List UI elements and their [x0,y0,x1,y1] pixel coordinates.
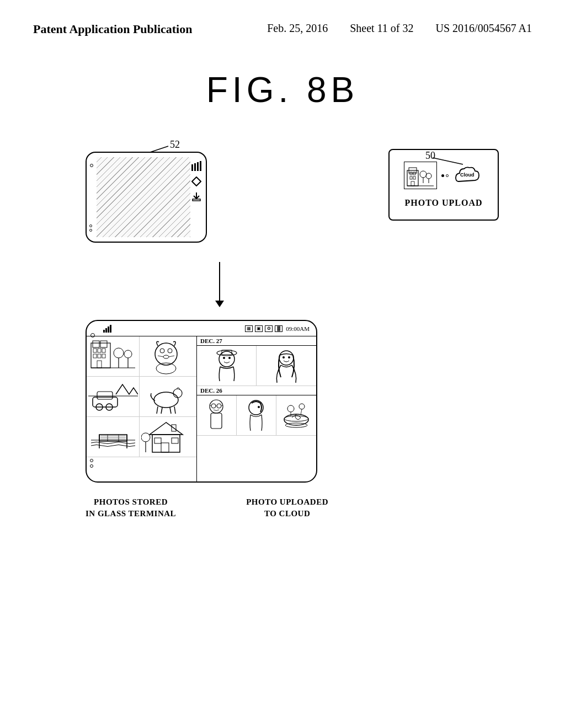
photo-cell-5 [87,417,140,457]
svg-rect-1 [191,164,193,171]
svg-rect-78 [172,438,178,443]
bottom-phone-frame: ▦ ▣ ✿ ▓ 09:00AM [86,320,317,483]
bottom-phone-left-dot [90,333,95,338]
screen-hatch [97,157,190,237]
top-phone-device [86,152,207,243]
svg-rect-30 [98,349,101,352]
svg-point-17 [420,171,427,178]
svg-point-80 [141,433,150,442]
download-icon [191,192,201,202]
svg-line-57 [170,408,171,414]
publication-title: Patent Application Publication [33,22,192,36]
svg-rect-2 [194,163,196,171]
svg-text:Cloud: Cloud [460,172,475,178]
svg-point-87 [279,351,294,365]
label-line1: PHOTOS STORED [94,497,168,506]
header-date: Feb. 25, 2016 [267,22,328,35]
page-header: Patent Application Publication Feb. 25, … [0,0,565,36]
svg-rect-32 [93,354,97,358]
cloud-icon-area: Cloud [453,162,483,189]
photo-cell-3 [87,377,140,416]
svg-point-98 [258,406,260,408]
svg-rect-13 [410,176,412,179]
label-photos-stored: PHOTOS STORED IN GLASS TERMINAL [86,496,176,520]
svg-point-37 [114,348,124,358]
svg-rect-31 [102,349,105,352]
photo-grid-right: DEC. 27 [197,336,316,481]
svg-line-46 [169,356,174,357]
photo-animal-1 [141,338,191,375]
bottom-phone-container: ▦ ▣ ✿ ▓ 09:00AM [86,320,317,483]
status-left [103,325,114,333]
dot-conn1 [441,174,444,177]
bot-dot1 [90,459,93,462]
svg-line-55 [157,406,158,414]
photo-landscape-1 [88,378,138,415]
svg-point-86 [228,357,231,359]
svg-rect-76 [161,443,169,452]
cloud-inner: Cloud [404,162,483,189]
photo-elder-1 [200,397,233,434]
svg-point-54 [173,389,182,398]
left-col-rows [87,336,196,457]
photo-building-1 [88,338,138,375]
arrow-line [219,262,220,301]
svg-point-47 [156,363,176,374]
header-sheet: Sheet 11 of 32 [350,22,413,35]
svg-rect-24 [108,326,109,333]
photo-house-1 [141,418,191,456]
photo-cell-4 [140,377,193,416]
svg-rect-22 [103,330,105,333]
photo-person-3 [239,397,273,434]
photo-upload-label: PHOTO UPLOAD [404,198,482,208]
building-illustration-small [404,162,436,189]
svg-rect-6 [193,199,200,201]
flow-arrow [215,262,224,307]
svg-point-53 [154,392,178,408]
dot2 [89,229,92,232]
photo-person-2 [262,347,311,384]
photo-cell-r3 [197,395,237,435]
svg-point-89 [288,356,290,358]
left-row3 [87,417,196,457]
top-phone-left-dot [90,164,93,167]
svg-point-19 [426,173,431,179]
svg-rect-77 [154,438,161,443]
photo-horse-1 [141,378,191,415]
top-phone-frame [86,152,207,243]
photo-cell-r1 [197,346,257,386]
photo-object-1 [280,397,313,434]
svg-point-42 [160,349,164,353]
bottom-labels: PHOTOS STORED IN GLASS TERMINAL PHOTO UP… [86,496,328,520]
status-bar: ▦ ▣ ✿ ▓ 09:00AM [87,321,316,336]
photo-cell-r5 [276,395,316,435]
date-dec26: DEC. 26 [197,386,316,395]
svg-rect-15 [411,181,414,186]
svg-point-103 [299,404,305,409]
svg-rect-96 [211,413,222,429]
connection-dots [441,174,449,177]
diagram-area: 52 [0,121,565,700]
svg-rect-34 [102,354,105,358]
svg-point-91 [211,404,216,408]
photo-cell-r4 [237,395,276,435]
photo-grid-left [87,336,197,481]
left-row2 [87,377,196,417]
svg-point-88 [282,356,285,358]
top-phone-screen [97,157,190,237]
bars-icon [191,161,201,171]
left-row1 [87,336,196,377]
top-phone-left-dots-bottom [89,224,92,232]
svg-rect-33 [98,354,101,358]
icon-box-4: ▓ [275,325,282,332]
header-meta: Feb. 25, 2016 Sheet 11 of 32 US 2016/005… [267,22,532,35]
svg-rect-29 [93,349,97,352]
svg-line-56 [161,408,162,414]
svg-rect-35 [97,361,102,368]
cloud-box: Cloud PHOTO UPLOAD [388,149,499,221]
dot-conn2 [446,174,449,177]
photo-person-1 [202,347,252,384]
svg-point-82 [219,351,234,367]
photo-cell-1 [87,336,140,376]
svg-point-102 [287,405,294,412]
